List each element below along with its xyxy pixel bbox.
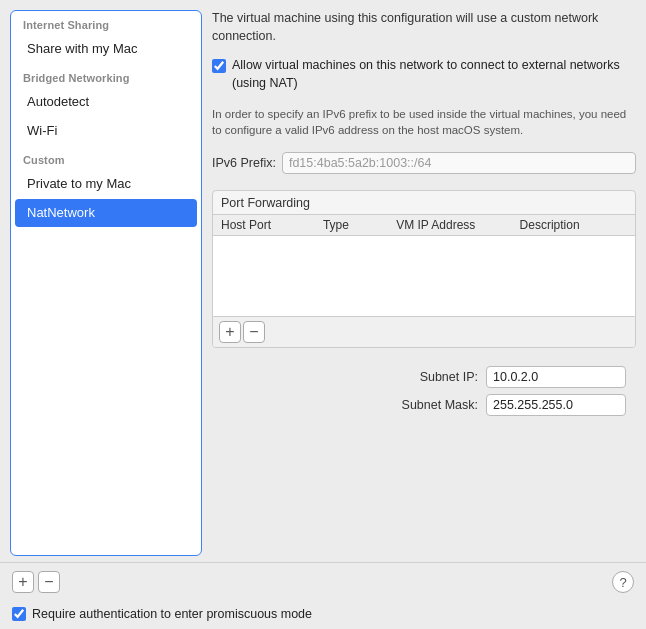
ipv6-field-row: IPv6 Prefix: (212, 152, 636, 174)
pf-col-type: Type (315, 215, 388, 235)
footer-bar: Require authentication to enter promiscu… (0, 601, 646, 629)
subnet-mask-input[interactable] (486, 394, 626, 416)
pf-col-description: Description (512, 215, 635, 235)
nat-checkbox-label: Allow virtual machines on this network t… (232, 57, 636, 92)
sidebar-item-autodetect[interactable]: Autodetect (15, 88, 197, 116)
pf-col-vm-ip: VM IP Address (388, 215, 511, 235)
pf-table-header: Host Port Type VM IP Address Description (213, 214, 635, 236)
ipv6-input[interactable] (282, 152, 636, 174)
sidebar-item-share-with-my-mac[interactable]: Share with my Mac (15, 35, 197, 63)
pf-table-body (213, 236, 635, 316)
promiscuous-label: Require authentication to enter promiscu… (32, 607, 312, 621)
pf-toolbar: + − (213, 316, 635, 347)
subnet-ip-row: Subnet IP: (388, 366, 626, 388)
remove-network-button[interactable]: − (38, 571, 60, 593)
sidebar-section-custom: Custom (11, 146, 201, 169)
sidebar-section-internet-sharing: Internet Sharing (11, 11, 201, 34)
pf-remove-button[interactable]: − (243, 321, 265, 343)
nat-checkbox-row: Allow virtual machines on this network t… (212, 57, 636, 92)
help-button[interactable]: ? (612, 571, 634, 593)
subnet-mask-row: Subnet Mask: (388, 394, 626, 416)
subnet-ip-input[interactable] (486, 366, 626, 388)
nat-checkbox[interactable] (212, 59, 226, 73)
bottom-left: + − (12, 571, 60, 593)
sidebar-section-bridged-networking: Bridged Networking (11, 64, 201, 87)
subnet-ip-label: Subnet IP: (388, 370, 478, 384)
right-panel: The virtual machine using this configura… (212, 10, 636, 556)
pf-col-host-port: Host Port (213, 215, 315, 235)
port-forwarding-header: Port Forwarding (213, 191, 635, 214)
description-text: The virtual machine using this configura… (212, 10, 636, 45)
subnet-section: Subnet IP: Subnet Mask: (212, 366, 636, 416)
bottom-bar: + − ? (0, 562, 646, 601)
promiscuous-checkbox[interactable] (12, 607, 26, 621)
port-forwarding-box: Port Forwarding Host Port Type VM IP Add… (212, 190, 636, 348)
ipv6-label: IPv6 Prefix: (212, 156, 276, 170)
add-network-button[interactable]: + (12, 571, 34, 593)
pf-add-button[interactable]: + (219, 321, 241, 343)
note-text: In order to specify an IPv6 prefix to be… (212, 106, 636, 138)
sidebar-item-wi-fi[interactable]: Wi-Fi (15, 117, 197, 145)
sidebar-item-natnetwork[interactable]: NatNetwork (15, 199, 197, 227)
sidebar-item-private-to-my-mac[interactable]: Private to my Mac (15, 170, 197, 198)
sidebar: Internet Sharing Share with my Mac Bridg… (10, 10, 202, 556)
subnet-mask-label: Subnet Mask: (388, 398, 478, 412)
